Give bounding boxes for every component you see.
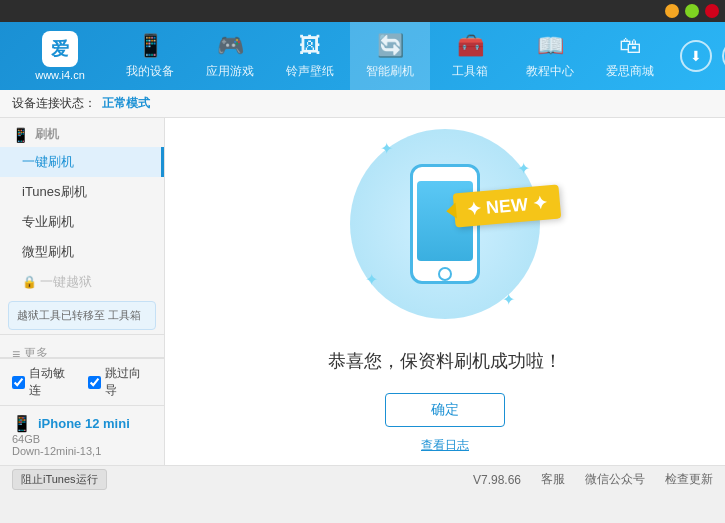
checkbox-row: 自动敏连 跳过向导 [0,358,164,405]
device-icon: 📱 [12,414,32,433]
close-button[interactable] [705,4,719,18]
nav-items: 📱 我的设备 🎮 应用游戏 🖼 铃声壁纸 🔄 智能刷机 🧰 工具箱 📖 教程中心… [110,22,670,90]
device-model: Down-12mini-13,1 [12,445,152,457]
nav-my-device-label: 我的设备 [126,63,174,80]
sidebar-notice: 越狱工具已转移至 工具箱 [8,301,156,330]
sidebar-item-jailbreak-disabled: 🔒 一键越狱 [0,267,164,297]
more-section-label: 更多 [24,345,48,357]
logo-icon: 爱 [42,31,78,67]
nav-right-buttons: ⬇ 👤 [680,40,725,72]
nav-tutorial-label: 教程中心 [526,63,574,80]
nav-apps-games-label: 应用游戏 [206,63,254,80]
nav-mall-label: 爱思商城 [606,63,654,80]
wallpaper-icon: 🖼 [299,33,321,59]
pro-flash-label: 专业刷机 [22,214,74,229]
sidebar-top: 📱 刷机 一键刷机 iTunes刷机 专业刷机 微型刷机 🔒 一键越狱 越狱工具… [0,118,164,357]
auto-connect-label: 自动敏连 [29,365,76,399]
success-message: 恭喜您，保资料刷机成功啦！ [328,349,562,373]
sidebar-item-pro-flash[interactable]: 专业刷机 [0,207,164,237]
wechat-link[interactable]: 微信公众号 [585,471,645,488]
left-panel-bottom: 自动敏连 跳过向导 📱 iPhone 12 mini 64GB Down-12m… [0,357,164,465]
skip-wizard-label: 跳过向导 [105,365,152,399]
device-name: iPhone 12 mini [38,416,130,431]
fix-flash-label: 微型刷机 [22,244,74,259]
sidebar-flash-header: 📱 刷机 [0,118,164,147]
check-update-link[interactable]: 检查更新 [665,471,713,488]
content-area: ✦ NEW ✦ ✦ ✦ ✦ ✦ 恭喜您，保资料刷机成功啦！ 确定 查看日志 [165,118,725,465]
one-key-flash-label: 一键刷机 [22,154,74,169]
header: 爱 www.i4.cn 📱 我的设备 🎮 应用游戏 🖼 铃声壁纸 🔄 智能刷机 … [0,22,725,90]
nav-mall[interactable]: 🛍 爱思商城 [590,22,670,90]
status-value: 正常模式 [102,95,150,112]
nav-my-device[interactable]: 📱 我的设备 [110,22,190,90]
toolbox-icon: 🧰 [457,33,484,59]
device-storage: 64GB [12,433,152,445]
sparkle-2-icon: ✦ [517,159,530,178]
title-bar [0,0,725,22]
flash-section-label: 刷机 [35,126,59,143]
nav-smart-flash-label: 智能刷机 [366,63,414,80]
nav-wallpaper[interactable]: 🖼 铃声壁纸 [270,22,350,90]
auto-connect-checkbox-item[interactable]: 自动敏连 [12,365,76,399]
itunes-row: 阻止iTunes运行 V7.98.66 客服 微信公众号 检查更新 [0,465,725,493]
auto-connect-checkbox[interactable] [12,376,25,389]
nav-toolbox-label: 工具箱 [452,63,488,80]
customer-service-link[interactable]: 客服 [541,471,565,488]
sidebar-item-itunes-flash[interactable]: iTunes刷机 [0,177,164,207]
logo-area[interactable]: 爱 www.i4.cn [10,31,110,81]
sidebar-divider [0,334,164,335]
version-text: V7.98.66 [473,473,521,487]
nav-apps-games[interactable]: 🎮 应用游戏 [190,22,270,90]
sidebar-item-fix-flash[interactable]: 微型刷机 [0,237,164,267]
itunes-stop-button[interactable]: 阻止iTunes运行 [12,469,107,490]
logo-text-icon: 爱 [51,37,69,61]
device-section: 📱 iPhone 12 mini 64GB Down-12mini-13,1 [0,405,164,465]
nav-smart-flash[interactable]: 🔄 智能刷机 [350,22,430,90]
my-device-icon: 📱 [137,33,164,59]
itunes-flash-label: iTunes刷机 [22,184,87,199]
phone-illustration: ✦ NEW ✦ ✦ ✦ ✦ ✦ [345,129,545,329]
skip-wizard-checkbox-item[interactable]: 跳过向导 [88,365,152,399]
jailbreak-label: 一键越狱 [40,274,92,289]
nav-wallpaper-label: 铃声壁纸 [286,63,334,80]
maximize-button[interactable] [685,4,699,18]
status-label: 设备连接状态： [12,95,96,112]
download-button[interactable]: ⬇ [680,40,712,72]
sidebar-more-header: ≡ 更多 [0,339,164,357]
tutorial-icon: 📖 [537,33,564,59]
bottom-right: V7.98.66 客服 微信公众号 检查更新 [473,471,713,488]
sidebar-item-one-key-flash[interactable]: 一键刷机 [0,147,164,177]
log-link[interactable]: 查看日志 [421,437,469,454]
status-bar: 设备连接状态： 正常模式 [0,90,725,118]
sparkle-1-icon: ✦ [380,139,393,158]
phone-home-button [438,267,452,281]
sparkle-4-icon: ✦ [502,290,515,309]
flash-section-icon: 📱 [12,127,29,143]
mall-icon: 🛍 [619,33,641,59]
nav-tutorial[interactable]: 📖 教程中心 [510,22,590,90]
skip-wizard-checkbox[interactable] [88,376,101,389]
sidebar-notice-text: 越狱工具已转移至 工具箱 [17,309,141,321]
sparkle-3-icon: ✦ [365,270,378,289]
phone-bg-circle: ✦ NEW ✦ ✦ ✦ ✦ ✦ [350,129,540,319]
nav-toolbox[interactable]: 🧰 工具箱 [430,22,510,90]
more-section-icon: ≡ [12,346,20,358]
logo-url: www.i4.cn [35,69,85,81]
confirm-button[interactable]: 确定 [385,393,505,427]
smart-flash-icon: 🔄 [377,33,404,59]
apps-games-icon: 🎮 [217,33,244,59]
left-panel: 📱 刷机 一键刷机 iTunes刷机 专业刷机 微型刷机 🔒 一键越狱 越狱工具… [0,118,165,465]
minimize-button[interactable] [665,4,679,18]
